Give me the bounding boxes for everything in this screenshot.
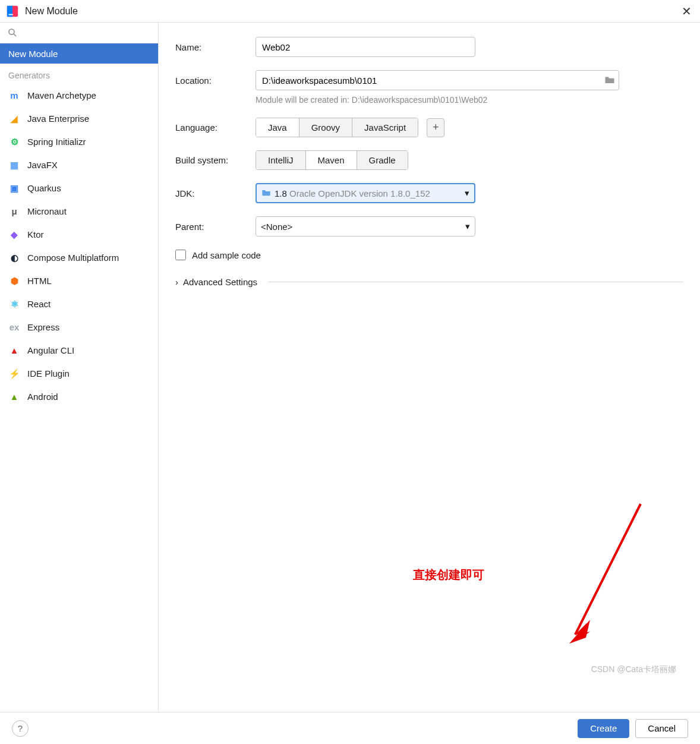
generator-label: Maven Archetype <box>27 90 96 100</box>
location-hint: Module will be created in: D:\ideaworksp… <box>256 95 683 105</box>
sample-code-checkbox[interactable] <box>175 250 186 260</box>
generator-label: Android <box>27 392 58 402</box>
generator-label: Micronaut <box>27 206 67 216</box>
svg-line-5 <box>575 504 641 635</box>
chevron-down-icon: ▾ <box>465 221 470 232</box>
generator-icon: ◢ <box>8 113 20 125</box>
language-option-groovy[interactable]: Groovy <box>299 118 352 137</box>
build-label: Build system: <box>175 155 256 165</box>
sidebar-item-android[interactable]: ▲Android <box>0 385 158 408</box>
search-icon <box>7 27 18 38</box>
help-button[interactable]: ? <box>12 720 29 737</box>
generator-label: Angular CLI <box>27 345 74 355</box>
generator-icon: ◐ <box>8 252 20 264</box>
location-label: Location: <box>175 75 256 86</box>
jdk-dropdown[interactable]: 1.8 Oracle OpenJDK version 1.8.0_152 ▾ <box>256 183 475 203</box>
svg-marker-6 <box>575 623 590 638</box>
app-icon <box>6 5 19 18</box>
cancel-button[interactable]: Cancel <box>635 719 688 738</box>
generator-label: Compose Multiplatform <box>27 253 119 263</box>
parent-dropdown[interactable]: <None> ▾ <box>256 216 475 237</box>
location-input[interactable] <box>262 75 604 86</box>
sidebar: New Module Generators mMaven Archetype◢J… <box>0 23 159 712</box>
folder-icon[interactable] <box>604 75 615 86</box>
parent-label: Parent: <box>175 222 256 232</box>
sidebar-item-quarkus[interactable]: ▣Quarkus <box>0 176 158 200</box>
sidebar-item-html[interactable]: ⬢HTML <box>0 269 158 292</box>
titlebar: New Module ✕ <box>0 0 700 23</box>
create-button[interactable]: Create <box>578 719 629 738</box>
watermark: CSDN @Cata卡塔丽娜 <box>591 664 676 675</box>
sidebar-item-react[interactable]: ⚛React <box>0 292 158 316</box>
close-icon[interactable]: ✕ <box>679 2 694 21</box>
sidebar-item-angular-cli[interactable]: ▲Angular CLI <box>0 339 158 362</box>
build-option-gradle[interactable]: Gradle <box>357 151 408 169</box>
jdk-label: JDK: <box>175 188 256 198</box>
chevron-down-icon: ▾ <box>465 188 469 198</box>
chevron-right-icon: › <box>175 277 178 287</box>
sidebar-item-compose-multiplatform[interactable]: ◐Compose Multiplatform <box>0 246 158 269</box>
generator-icon: m <box>8 90 20 102</box>
generator-label: JavaFX <box>27 160 58 170</box>
generator-label: Spring Initializr <box>27 137 86 147</box>
annotation-arrow <box>557 498 664 664</box>
language-option-java[interactable]: Java <box>256 118 299 137</box>
sidebar-item-javafx[interactable]: ▦JavaFX <box>0 153 158 176</box>
generator-icon: ⬢ <box>8 275 20 287</box>
sidebar-item-ide-plugin[interactable]: ⚡IDE Plugin <box>0 362 158 385</box>
svg-marker-7 <box>569 620 590 644</box>
generator-icon: ⚙ <box>8 136 20 148</box>
generator-icon: ▲ <box>8 345 20 357</box>
generator-label: Java Enterprise <box>27 114 89 124</box>
sidebar-item-label: New Module <box>8 49 58 59</box>
generator-icon: ⚡ <box>8 368 20 380</box>
build-option-maven[interactable]: Maven <box>306 151 357 169</box>
generator-label: IDE Plugin <box>27 368 70 379</box>
language-segment: JavaGroovyJavaScript <box>256 118 418 137</box>
sidebar-item-express[interactable]: exExpress <box>0 316 158 339</box>
generator-icon: ▲ <box>8 391 20 403</box>
sidebar-item-maven-archetype[interactable]: mMaven Archetype <box>0 84 158 107</box>
name-input[interactable] <box>256 37 475 57</box>
svg-rect-2 <box>9 14 13 15</box>
generator-icon: μ <box>8 206 20 217</box>
generator-label: React <box>27 299 51 309</box>
footer: ? Create Cancel <box>0 712 700 744</box>
sidebar-item-ktor[interactable]: ◆Ktor <box>0 223 158 246</box>
section-label-generators: Generators <box>0 64 158 84</box>
language-label: Language: <box>175 122 256 133</box>
sidebar-item-java-enterprise[interactable]: ◢Java Enterprise <box>0 107 158 130</box>
sample-code-label: Add sample code <box>192 250 261 260</box>
generator-icon: ex <box>8 321 20 333</box>
svg-point-3 <box>9 29 14 34</box>
generator-label: Quarkus <box>27 183 61 193</box>
annotation-text: 直接创建即可 <box>413 567 484 583</box>
build-segment: IntelliJMavenGradle <box>256 150 408 170</box>
search-input[interactable] <box>0 23 158 43</box>
sidebar-item-spring-initializr[interactable]: ⚙Spring Initializr <box>0 130 158 153</box>
add-language-button[interactable]: + <box>427 118 444 137</box>
advanced-settings-toggle[interactable]: › Advanced Settings <box>175 277 683 287</box>
generator-label: Ktor <box>27 229 44 239</box>
generator-icon: ⚛ <box>8 298 20 310</box>
folder-icon <box>261 188 271 198</box>
generator-icon: ▦ <box>8 159 20 171</box>
generator-label: Express <box>27 322 59 332</box>
sidebar-item-new-module[interactable]: New Module <box>0 43 158 64</box>
main-panel: Name: Location: Module will be created i… <box>159 23 700 712</box>
name-label: Name: <box>175 42 256 52</box>
svg-line-4 <box>14 34 16 36</box>
sidebar-item-micronaut[interactable]: μMicronaut <box>0 200 158 223</box>
window-title: New Module <box>25 6 679 17</box>
generator-label: HTML <box>27 276 52 286</box>
build-option-intellij[interactable]: IntelliJ <box>256 151 306 169</box>
generator-icon: ◆ <box>8 229 20 241</box>
generator-icon: ▣ <box>8 182 20 194</box>
language-option-javascript[interactable]: JavaScript <box>352 118 418 137</box>
